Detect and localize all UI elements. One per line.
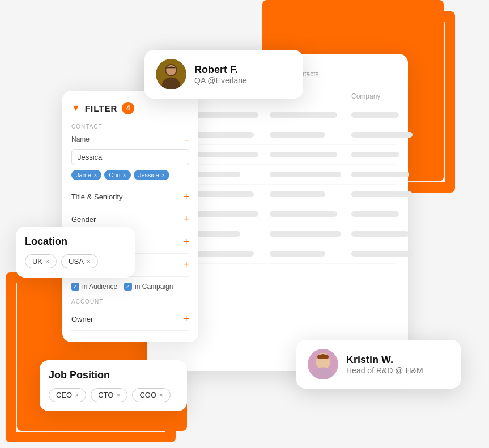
filter-title: FILTER — [85, 104, 117, 113]
job-tag-coo[interactable]: COO × — [132, 388, 171, 402]
filter-icon: ▼ — [71, 103, 80, 113]
tag-jame[interactable]: Jame × — [71, 170, 101, 180]
company-skeleton — [351, 152, 399, 157]
title-skeleton — [270, 211, 337, 217]
company-skeleton — [351, 231, 409, 237]
expand-icon[interactable]: + — [183, 259, 189, 271]
profile-robert-name: Robert F. — [194, 64, 247, 76]
tag-chri[interactable]: Chri × — [104, 170, 131, 180]
company-skeleton — [351, 211, 399, 217]
profile-kristin-name: Kristin W. — [346, 354, 423, 366]
location-tag-remove-icon[interactable]: × — [45, 258, 49, 266]
name-label: Name — [71, 135, 90, 146]
tag-remove-icon[interactable]: × — [123, 172, 126, 178]
svg-point-1 — [162, 77, 180, 89]
profile-robert-role: QA @Everlane — [194, 76, 247, 85]
expand-icon[interactable]: + — [183, 313, 189, 325]
job-tag-ceo[interactable]: CEO × — [49, 388, 86, 402]
expand-icon[interactable]: + — [183, 236, 189, 248]
location-tags-row: UK × USA × — [25, 254, 126, 268]
avatar-face-kristin — [308, 349, 338, 379]
expand-icon[interactable]: + — [183, 191, 189, 203]
name-filter-container: Name − Jame × Chri × Jessica × — [71, 135, 189, 180]
title-skeleton — [270, 112, 337, 118]
checkbox-label: in Audience — [82, 283, 117, 291]
col-company: Company — [351, 92, 419, 100]
job-tags-row: CEO × CTO × COO × — [49, 388, 178, 402]
job-tag-label: CEO — [56, 391, 72, 399]
filter-panel: ▼ FILTER 4 CONTACT Name − Jame × Chri × … — [62, 91, 198, 342]
tag-remove-icon[interactable]: × — [93, 172, 97, 178]
filter-row-owner[interactable]: Owner + — [71, 308, 189, 331]
job-position-title: Job Position — [49, 369, 178, 381]
filter-row-label: Gender — [71, 215, 96, 224]
company-skeleton — [351, 112, 399, 118]
title-skeleton — [270, 132, 325, 138]
tag-label: Jame — [76, 172, 91, 178]
location-tag-remove-icon[interactable]: × — [87, 258, 91, 266]
tag-remove-icon[interactable]: × — [161, 172, 165, 178]
location-tag-label: UK — [32, 257, 42, 266]
svg-point-5 — [313, 367, 333, 379]
filter-header: ▼ FILTER 4 — [71, 102, 189, 114]
job-tag-cto[interactable]: CTO × — [91, 388, 127, 402]
expand-icon[interactable]: + — [183, 214, 189, 225]
tag-jessica[interactable]: Jessica × — [134, 170, 169, 180]
checkbox-box[interactable]: ✓ — [71, 283, 79, 291]
company-skeleton — [351, 132, 413, 138]
profile-kristin-role: Head of R&D @ H&M — [346, 366, 423, 375]
profile-robert-info: Robert F. QA @Everlane — [194, 64, 247, 85]
name-label-row: Name − — [71, 135, 189, 146]
job-tag-remove-icon[interactable]: × — [116, 391, 120, 399]
checkmark-icon: ✓ — [126, 284, 130, 289]
title-skeleton — [270, 251, 325, 257]
company-skeleton — [351, 251, 413, 257]
profile-kristin-info: Kristin W. Head of R&D @ H&M — [346, 354, 423, 375]
location-card: Location UK × USA × — [16, 227, 135, 278]
avatar-robert — [156, 59, 186, 89]
name-input[interactable] — [71, 149, 189, 165]
name-tags-row: Jame × Chri × Jessica × — [71, 170, 189, 180]
filter-row-label: Title & Seniority — [71, 193, 123, 201]
title-skeleton — [270, 231, 341, 237]
location-tag-label: USA — [69, 257, 84, 266]
profile-card-robert: Robert F. QA @Everlane — [144, 50, 303, 99]
title-skeleton — [270, 172, 341, 177]
checkbox-box[interactable]: ✓ — [124, 283, 132, 291]
tag-label: Chri — [109, 172, 120, 178]
account-section: ACCOUNT Owner + — [71, 298, 189, 331]
contact-section-label: CONTACT — [71, 123, 189, 130]
checkmark-icon: ✓ — [73, 284, 78, 289]
title-skeleton — [270, 152, 337, 157]
job-position-card: Job Position CEO × CTO × COO × — [40, 360, 187, 411]
location-tag-usa[interactable]: USA × — [61, 254, 98, 268]
checkbox-label: in Campaign — [135, 283, 173, 291]
filter-row-title-seniority[interactable]: Title & Seniority + — [71, 186, 189, 208]
filter-badge: 4 — [122, 102, 134, 114]
job-tag-remove-icon[interactable]: × — [159, 391, 163, 399]
avatar-face-robert — [156, 59, 186, 89]
filter-row-label: Owner — [71, 315, 93, 323]
avatar-kristin — [308, 349, 338, 379]
location-tag-uk[interactable]: UK × — [25, 254, 57, 268]
company-skeleton — [351, 172, 409, 177]
job-tag-label: COO — [139, 391, 156, 399]
company-skeleton — [351, 191, 413, 197]
name-collapse-button[interactable]: − — [184, 135, 189, 146]
profile-card-kristin: Kristin W. Head of R&D @ H&M — [296, 340, 461, 389]
filter-checkboxes-row: ✓ in Audience ✓ in Campaign — [71, 276, 189, 296]
job-tag-label: CTO — [98, 391, 113, 399]
account-label: ACCOUNT — [71, 298, 189, 305]
location-card-title: Location — [25, 236, 126, 248]
tag-label: Jessica — [138, 172, 159, 178]
in-campaign-checkbox[interactable]: ✓ in Campaign — [124, 283, 173, 291]
job-tag-remove-icon[interactable]: × — [75, 391, 79, 399]
title-skeleton — [270, 191, 325, 197]
in-audience-checkbox[interactable]: ✓ in Audience — [71, 283, 117, 291]
